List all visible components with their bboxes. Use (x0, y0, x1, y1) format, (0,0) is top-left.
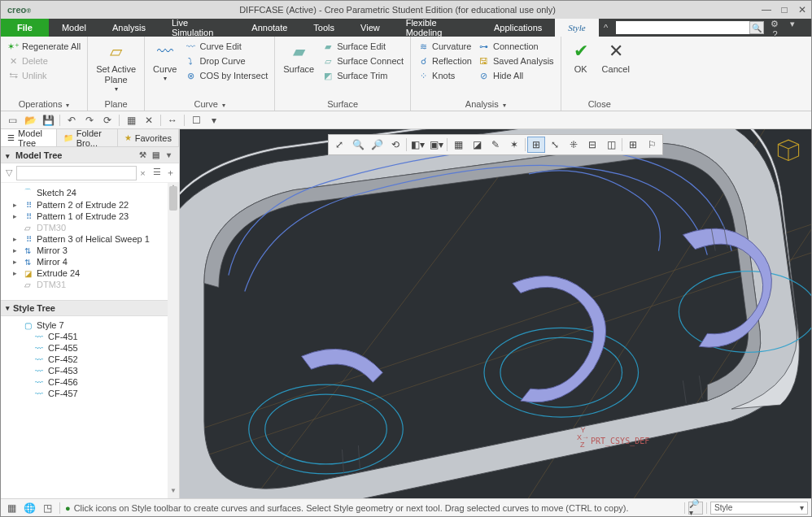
qa-windows-icon[interactable]: ▦ (123, 113, 139, 128)
filter-icon[interactable]: ▽ (4, 167, 13, 178)
hide-all-button[interactable]: ⊘Hide All (477, 69, 556, 82)
curve-dropdown-icon[interactable] (220, 99, 225, 109)
graphics-viewport[interactable]: ⤢ 🔍 🔎 ⟲ ◧▾ ▣▾ ▦ ◪ ✎ ✶ ⊞ ⤡ ⁜ ⊟ ◫ ⊞ ⚐ Y X→ (180, 129, 811, 498)
qa-arrange-icon[interactable]: ↔ (164, 113, 181, 128)
tab-style[interactable]: Style (555, 19, 598, 37)
ok-button[interactable]: ✔OK (566, 38, 596, 76)
tab-analysis[interactable]: Analysis (99, 19, 159, 37)
tree-node[interactable]: ⌒Sketch 24 (7, 186, 177, 199)
connection-button[interactable]: ⊶Connection (477, 40, 556, 53)
zoom-in-icon[interactable]: 🔍 (349, 137, 367, 153)
surface-button[interactable]: ▰ Surface (280, 38, 317, 76)
tree-node[interactable]: ▸⇅Mirror 3 (7, 245, 177, 256)
tree-node[interactable]: ▸⠿Pattern 3 of Helical Sweep 1 (7, 233, 177, 245)
tab-view[interactable]: View (347, 19, 393, 37)
curve-button[interactable]: 〰 Curve▾ (150, 38, 180, 85)
point-display-icon[interactable]: ⁜ (565, 137, 583, 153)
style-tree-item[interactable]: 〰CF-452 (7, 354, 177, 365)
annotation-icon[interactable]: ✎ (487, 137, 504, 153)
tab-applications[interactable]: Applications (481, 19, 555, 37)
tree-settings-icon[interactable]: ⚒ (137, 150, 148, 159)
style-tree-item[interactable]: 〰CF-456 (7, 376, 177, 388)
tab-flexible-modeling[interactable]: Flexible Modeling (393, 19, 481, 37)
tab-file[interactable]: File (1, 19, 49, 37)
regenerate-all-button[interactable]: ✶⁺Regenerate All (6, 40, 82, 53)
surface-connect-button[interactable]: ▱Surface Connect (321, 54, 405, 67)
spin-center-icon[interactable]: ✶ (505, 137, 523, 153)
sb-web-icon[interactable]: 🌐 (22, 502, 37, 514)
scrollbar-down-icon[interactable]: ▼ (168, 487, 179, 498)
tab-model[interactable]: Model (49, 19, 99, 37)
style-tree-item[interactable]: 〰CF-451 (7, 331, 177, 342)
refit-icon[interactable]: ⤢ (330, 137, 348, 153)
qa-undo-icon[interactable]: ↶ (63, 113, 80, 128)
search-button[interactable]: 🔍 (749, 21, 764, 34)
filter-clear-icon[interactable]: × (140, 168, 148, 178)
surface-trim-button[interactable]: ◩Surface Trim (321, 69, 405, 82)
selection-filter[interactable]: Style▾ (710, 502, 808, 515)
reflection-button[interactable]: ☌Reflection (416, 54, 474, 67)
operations-dropdown-icon[interactable] (64, 99, 69, 109)
nav-tab-model-tree[interactable]: ☰Model Tree (1, 129, 57, 146)
tree-filter-icon[interactable]: ▤ (150, 150, 161, 159)
orientation-indicator[interactable] (774, 134, 803, 163)
tree-col-icon[interactable]: ☰ (151, 167, 163, 179)
style-tree-root[interactable]: ▢Style 7 (7, 319, 177, 331)
perspective-icon[interactable]: ▦ (449, 137, 467, 153)
csys-display-icon[interactable]: ⊟ (583, 137, 601, 153)
tree-node[interactable]: ▸⠿Pattern 2 of Extrude 22 (7, 199, 177, 211)
nav-tab-folder-browser[interactable]: 📁Folder Bro... (57, 129, 118, 146)
curvature-button[interactable]: ≋Curvature (416, 40, 474, 53)
tree-node[interactable]: ▸◪Extrude 24 (7, 267, 177, 279)
qa-close-icon[interactable]: ✕ (141, 113, 157, 128)
qa-regen-icon[interactable]: ⟳ (99, 113, 116, 128)
saved-analysis-button[interactable]: 🖫Saved Analysis (477, 54, 556, 67)
cos-by-intersect-button[interactable]: ⊗COS by Intersect (183, 69, 269, 82)
saved-views-icon[interactable]: ▣▾ (427, 137, 445, 153)
repaint-icon[interactable]: ⟲ (386, 137, 404, 153)
analysis-dropdown-icon[interactable] (501, 99, 506, 109)
cancel-button[interactable]: ✕Cancel (599, 38, 633, 76)
settings-icon[interactable]: ⚙ (767, 19, 782, 29)
tab-annotate[interactable]: Annotate (238, 19, 300, 37)
style-tree-item[interactable]: 〰CF-453 (7, 365, 177, 376)
zoom-out-icon[interactable]: 🔎 (368, 137, 386, 153)
find-button[interactable]: 🔎▾ (688, 502, 703, 515)
qa-select-box-icon[interactable]: ☐ (188, 113, 204, 128)
minimize-button[interactable]: — (757, 4, 775, 15)
surface-edit-button[interactable]: ▰Surface Edit (321, 40, 405, 53)
curve-edit-button[interactable]: 〰Curve Edit (183, 40, 269, 53)
knots-button[interactable]: ⁘Knots (416, 69, 474, 82)
style-tree-header[interactable]: Style Tree (1, 300, 179, 316)
plane-display-icon[interactable]: ◫ (602, 137, 620, 153)
model-tree-header[interactable]: Model Tree ⚒ ▤ ▾ (1, 147, 179, 163)
unlink-button[interactable]: ⮀Unlink (6, 69, 82, 82)
style-tree-item[interactable]: 〰CF-455 (7, 342, 177, 354)
help-icon[interactable]: ? (767, 29, 782, 39)
maximize-button[interactable]: □ (775, 4, 793, 15)
tree-node[interactable]: ▸⠿Pattern 1 of Extrude 23 (7, 211, 177, 222)
tree-node[interactable]: ▱DTM31 (7, 279, 177, 290)
tab-tools[interactable]: Tools (300, 19, 347, 37)
qa-redo-icon[interactable]: ↷ (81, 113, 98, 128)
qa-new-icon[interactable]: ▭ (4, 113, 20, 128)
sb-feature-icon[interactable]: ▦ (4, 502, 19, 514)
view-manager-icon[interactable]: ⊞ (624, 137, 642, 153)
style-tree-item[interactable]: 〰CF-457 (7, 388, 177, 399)
tree-node[interactable]: ▱DTM30 (7, 222, 177, 233)
qa-more-icon[interactable]: ▾ (206, 113, 222, 128)
set-active-plane-button[interactable]: ▱ Set Active Plane ▾ (93, 38, 139, 95)
drop-curve-button[interactable]: ⤵Drop Curve (183, 54, 269, 67)
scrollbar-thumb[interactable] (169, 186, 177, 211)
close-window-button[interactable]: ✕ (793, 4, 811, 15)
appearance-icon[interactable]: ⚐ (643, 137, 661, 153)
area-dropdown-icon[interactable]: ▾ (785, 19, 800, 29)
datum-display-icon[interactable]: ⊞ (527, 137, 545, 153)
qa-save-icon[interactable]: 💾 (40, 113, 56, 128)
sb-3d-icon[interactable]: ◳ (40, 502, 55, 514)
tree-node[interactable]: ▸⇅Mirror 4 (7, 256, 177, 267)
tree-scrollbar[interactable]: ▲ ▼ (168, 183, 179, 498)
nav-tab-favorites[interactable]: ★Favorites (118, 129, 179, 146)
tree-show-icon[interactable]: ▾ (163, 150, 174, 159)
tree-add-icon[interactable]: ＋ (164, 167, 176, 179)
